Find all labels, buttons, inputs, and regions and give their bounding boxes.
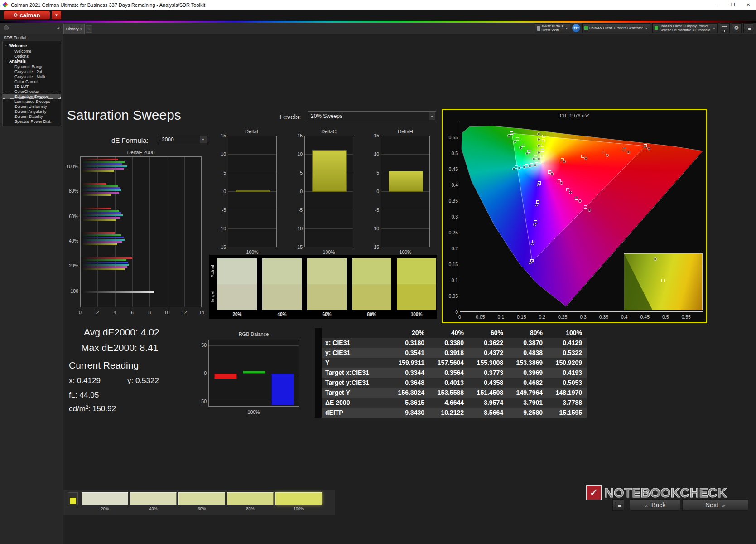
cie-x-label: 0.45 xyxy=(640,314,650,320)
cell-value: 0.4129 xyxy=(547,339,587,346)
display-profiler-button[interactable]: CalMAN Client 3 Display ProfilerGeneric … xyxy=(652,23,718,33)
sidebar-item-screen-uniformity[interactable]: Screen Uniformity xyxy=(3,104,61,109)
deltae2000-plot xyxy=(80,156,202,307)
meter-status-badge[interactable]: 717 xyxy=(572,24,580,32)
avg-de2000: Avg dE2000: 4.02 xyxy=(84,327,159,338)
pattern-swatch-80[interactable] xyxy=(227,492,274,505)
maximize-button[interactable]: ❐ xyxy=(725,0,741,10)
pattern-generator-label: CalMAN Client 3 Pattern Generator xyxy=(589,26,643,30)
workspace-knob-icon[interactable] xyxy=(4,25,9,30)
bar xyxy=(81,266,127,268)
meter-device-button[interactable]: X-Rite i1Pro 3Direct View ▼ xyxy=(535,23,571,33)
cie-x-label: 0.5 xyxy=(660,314,671,320)
table-row-deitp: dEITP9.343010.21228.56649.258015.1595 xyxy=(322,408,587,418)
deltah-bar xyxy=(389,171,423,192)
calman-menu-button[interactable]: ▼ xyxy=(52,11,61,19)
settings-button[interactable]: ⚙ xyxy=(732,23,742,33)
cie-x-label: 0.05 xyxy=(475,314,486,320)
cie-inset-measured-point xyxy=(654,257,657,261)
bar xyxy=(81,210,119,212)
sidebar-item-options[interactable]: Options xyxy=(3,53,61,58)
x-axis-label: 100% xyxy=(381,249,430,255)
page-title: Saturation Sweeps xyxy=(67,107,181,123)
pattern-swatch-60[interactable] xyxy=(178,492,225,505)
current-reading-label: Current Reading xyxy=(69,360,139,371)
pattern-swatch-100[interactable] xyxy=(275,492,322,505)
cell-value: 0.4358 xyxy=(468,379,508,386)
cie-x-label: 0.2 xyxy=(537,314,548,320)
cie-measured-point xyxy=(513,140,516,143)
row-label: Y xyxy=(322,359,390,366)
x-axis-label: 2 xyxy=(94,310,101,315)
bar xyxy=(81,165,127,167)
cell-value: 3.7901 xyxy=(508,399,547,406)
sidebar-item-grayscale-2pt[interactable]: Grayscale - 2pt xyxy=(3,69,61,74)
bar xyxy=(81,187,120,189)
bar xyxy=(81,239,125,241)
sidebar-item-luminance-sweeps[interactable]: Luminance Sweeps xyxy=(3,99,61,104)
pattern-generator-button[interactable]: CalMAN Client 3 Pattern Generator ▼ xyxy=(582,23,650,33)
cie-measured-point xyxy=(584,157,587,160)
bar-group-100 xyxy=(81,291,154,293)
tab-history-1[interactable]: History 1 xyxy=(63,24,85,34)
add-tab-button[interactable]: + xyxy=(86,25,92,33)
pattern-swatch-40[interactable] xyxy=(130,492,177,505)
chevron-down-icon: ▼ xyxy=(200,136,207,143)
next-button[interactable]: Next » xyxy=(682,499,748,511)
cie-inset-zoom xyxy=(624,253,703,310)
cie-measured-point xyxy=(528,165,531,168)
sidebar-item-grayscale-multi[interactable]: Grayscale - Multi xyxy=(3,74,61,79)
sidebar-item-screen-angularity[interactable]: Screen Angularity xyxy=(3,109,61,114)
pattern-swatch-20[interactable] xyxy=(82,492,128,505)
cie-1976-panel: CIE 1976 u'v' 00.050.10.150.20.250.30.35… xyxy=(442,109,707,323)
sidebar-item-colorchecker[interactable]: ColorChecker xyxy=(3,89,61,94)
cell-value: 0.4682 xyxy=(508,379,547,386)
column-header: 20% xyxy=(390,329,429,336)
y-axis-label: 15 xyxy=(294,133,303,138)
cell-value: 3.7788 xyxy=(547,399,587,406)
y-axis-label: -5 xyxy=(370,207,379,213)
sidebar: SDR Toolkit WelcomeWelcomeOptionsAnalysi… xyxy=(0,34,63,544)
window-controls: – ❐ ✕ xyxy=(710,0,756,10)
y-axis-label: 100% xyxy=(63,164,78,169)
close-button[interactable]: ✕ xyxy=(741,0,756,10)
de-formula-dropdown[interactable]: 2000 ▼ xyxy=(159,135,207,144)
calman-logo[interactable]: ⚙ calman xyxy=(4,11,50,19)
levels-value: 20% Sweeps xyxy=(311,113,342,119)
bar xyxy=(81,163,122,165)
chevron-down-icon: ▼ xyxy=(564,27,568,30)
y-axis-label: 10 xyxy=(294,151,303,157)
deltal-plot xyxy=(228,136,277,247)
y-axis-label: 0 xyxy=(294,189,303,194)
row-label: ΔE 2000 xyxy=(322,399,390,406)
cell-value: 0.3622 xyxy=(468,339,508,346)
sidebar-item-saturation-sweeps[interactable]: Saturation Sweeps xyxy=(3,94,61,99)
table-row-x-cie31: x: CIE310.31800.33800.36220.38700.4129 xyxy=(322,338,587,348)
sidebar-item-color-gamut[interactable]: Color Gamut xyxy=(3,79,61,84)
deltah-title: DeltaH xyxy=(381,129,430,134)
sidebar-collapse-arrow[interactable]: ◄ xyxy=(56,26,60,30)
cie-y-label: 0.15 xyxy=(446,262,458,267)
sidebar-item-3d-lut[interactable]: 3D LUT xyxy=(3,84,61,89)
levels-dropdown[interactable]: 20% Sweeps ▼ xyxy=(308,111,436,121)
sidebar-item-dynamic-range[interactable]: Dynamic Range xyxy=(3,64,61,69)
logo-bar: ⚙ calman ▼ xyxy=(0,10,756,21)
cie-measured-point xyxy=(525,152,529,155)
minimize-button[interactable]: – xyxy=(710,0,725,10)
y-axis-label: 100 xyxy=(63,288,78,294)
pattern-popout-button[interactable] xyxy=(743,23,753,33)
display-window-button[interactable] xyxy=(720,23,730,33)
cie-measured-point xyxy=(588,209,591,212)
reading-x: x: 0.4129 xyxy=(69,376,101,385)
bar-group-80 xyxy=(81,183,121,196)
pattern-window-button[interactable] xyxy=(612,499,624,511)
sidebar-item-spectral-power-dist[interactable]: Spectral Power Dist. xyxy=(3,119,61,124)
back-button[interactable]: « Back xyxy=(630,499,680,511)
cie-y-label: 0.4 xyxy=(446,182,458,188)
sidebar-item-welcome[interactable]: Welcome xyxy=(3,49,61,53)
cie-measured-point xyxy=(529,261,532,264)
sidebar-item-screen-stability[interactable]: Screen Stability xyxy=(3,114,61,119)
table-row-target-y: Target Y156.3024153.5588151.4508149.7964… xyxy=(322,388,587,398)
pattern-preview-tile[interactable] xyxy=(68,492,78,505)
deltac-bar xyxy=(312,150,347,192)
